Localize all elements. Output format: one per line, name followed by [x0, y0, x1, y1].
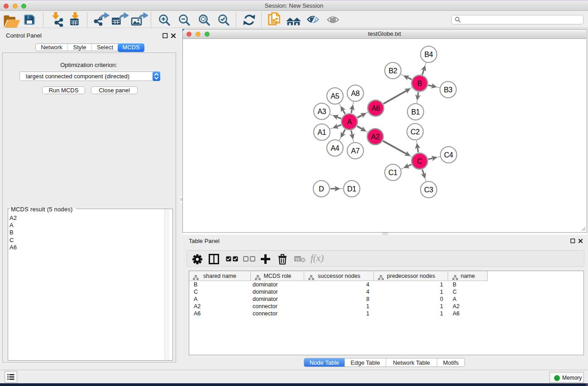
svg-text:A7: A7: [351, 147, 360, 155]
svg-text:A3: A3: [318, 108, 326, 115]
svg-text:A6: A6: [372, 105, 380, 112]
svg-text:A2: A2: [371, 133, 380, 141]
svg-text:A: A: [347, 118, 352, 126]
svg-text:B2: B2: [389, 67, 397, 75]
svg-text:A5: A5: [331, 92, 339, 100]
svg-text:B4: B4: [425, 51, 433, 58]
svg-text:C: C: [417, 157, 422, 165]
svg-text:A4: A4: [331, 144, 339, 152]
svg-text:C4: C4: [444, 151, 453, 159]
svg-text:C3: C3: [424, 186, 433, 194]
svg-text:C1: C1: [388, 169, 397, 176]
svg-text:B1: B1: [411, 108, 420, 116]
svg-text:B: B: [417, 80, 422, 87]
svg-text:A8: A8: [351, 90, 360, 97]
svg-text:D1: D1: [347, 185, 356, 193]
svg-text:B3: B3: [444, 86, 453, 94]
svg-text:D: D: [319, 185, 324, 193]
svg-text:C2: C2: [411, 128, 420, 136]
svg-text:A1: A1: [318, 129, 326, 136]
